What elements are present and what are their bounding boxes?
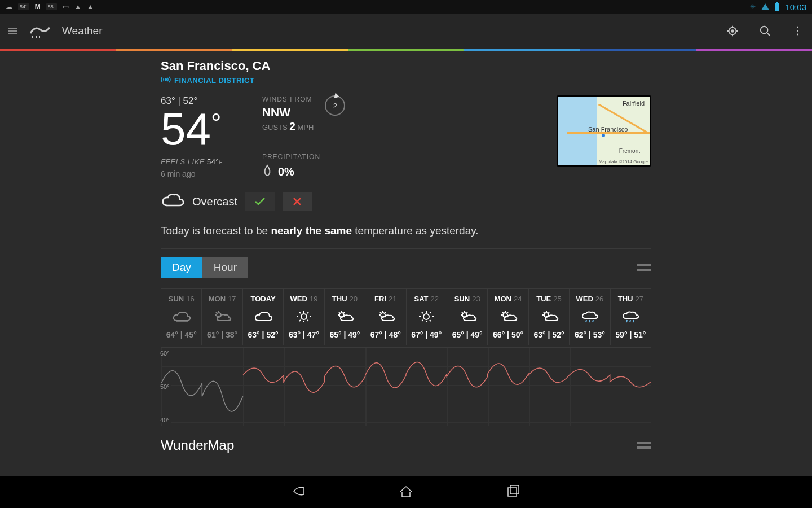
forecast-day[interactable]: SUN1664° | 45° [161, 289, 202, 345]
daily-forecast-strip[interactable]: SUN1664° | 45°MON1761° | 38°TODAY63° | 5… [161, 288, 651, 345]
forecast-day[interactable]: MON2466° | 50° [488, 289, 528, 345]
precip-value: 0% [262, 164, 345, 179]
current-temp: 54 [161, 107, 211, 152]
svg-rect-4 [797, 30, 798, 32]
condition-text: Overcast [192, 195, 237, 208]
vibrate-icon: ✳ [750, 3, 756, 11]
back-icon[interactable] [290, 483, 307, 502]
forecast-day[interactable]: WED1963° | 47° [284, 289, 324, 345]
forecast-day[interactable]: MON1761° | 38° [202, 289, 242, 345]
temp-badge: 54° [18, 3, 29, 10]
degree-symbol: ° [211, 110, 221, 136]
forecast-day[interactable]: WED2662° | 53° [570, 289, 610, 345]
partly-sunny-icon [212, 309, 232, 325]
status-clock: 10:03 [785, 2, 806, 12]
map-city-sf: San Francisco [588, 126, 628, 133]
android-nav-bar [0, 476, 812, 508]
confirm-condition-button[interactable] [245, 192, 275, 211]
android-status-bar: ☁ 54° M 88° ▭ ▲ ▲ ✳ 10:03 [0, 0, 812, 14]
forecast-tabs-row: Day Hour [161, 257, 651, 278]
svg-point-11 [423, 314, 429, 319]
page-title: Weather [62, 25, 102, 37]
svg-rect-16 [510, 485, 519, 494]
forecast-insight: Today is forecast to be nearly the same … [161, 225, 651, 237]
mostly-sunny-icon [334, 309, 355, 325]
sunny-icon [294, 309, 314, 325]
mostly-sunny-icon [498, 309, 518, 325]
svg-rect-5 [797, 34, 798, 36]
drop-icon [262, 164, 272, 179]
content-area[interactable]: San Francisco, CA FINANCIAL DISTRICT 63°… [0, 51, 812, 476]
map-city-fairfield: Fairfield [623, 100, 645, 107]
temperature-chart[interactable]: 60°50°40° [161, 347, 651, 426]
app-logo-icon [27, 22, 52, 40]
wundermap-title: WunderMap [161, 437, 234, 453]
current-temp-block: 63° | 52° 54° FEELS LIKE 54°F 6 min ago [161, 95, 223, 179]
home-icon[interactable] [398, 483, 414, 502]
tab-hour[interactable]: Hour [202, 257, 248, 278]
svg-rect-15 [508, 488, 517, 496]
play-store-icon: ▲ [74, 3, 81, 11]
locate-icon[interactable] [726, 25, 739, 37]
wifi-icon [761, 3, 769, 10]
mostly-sunny-icon [539, 309, 559, 325]
map-city-fremont: Fremont [619, 148, 640, 154]
svg-point-6 [165, 79, 167, 81]
divider [161, 248, 651, 249]
notif-generic-icon: ▭ [63, 3, 69, 11]
rain-icon [620, 309, 641, 325]
forecast-day[interactable]: TODAY63° | 52° [243, 289, 284, 345]
action-bar: Weather [0, 14, 812, 49]
wind-direction: NNW [262, 106, 314, 119]
condition-row: Overcast [161, 192, 651, 211]
updated-ago: 6 min ago [161, 169, 223, 178]
map-pin-icon [602, 134, 605, 137]
tab-day[interactable]: Day [161, 257, 202, 278]
wind-compass-icon: 2 [325, 95, 345, 116]
forecast-day[interactable]: SUN2365° | 49° [447, 289, 488, 345]
mostly-sunny-icon [457, 309, 478, 325]
temp-badge-2: 88° [46, 3, 58, 10]
map-thumbnail[interactable]: Fairfield San Francisco Fremont Map data… [557, 95, 651, 167]
reorder-handle-icon[interactable] [637, 442, 651, 449]
station-name: FINANCIAL DISTRICT [174, 76, 254, 85]
gmail-icon: M [35, 3, 41, 11]
forecast-day[interactable]: THU2759° | 51° [611, 289, 651, 345]
mostly-sunny-icon [376, 309, 396, 325]
reorder-handle-icon[interactable] [637, 264, 651, 271]
cloud-icon [161, 192, 184, 211]
weather-notif-icon: ☁ [6, 3, 12, 11]
precip-label: PRECIPITATION [262, 153, 345, 161]
menu-icon[interactable] [8, 26, 17, 36]
play-store-icon-2: ▲ [87, 3, 94, 11]
recents-icon[interactable] [505, 483, 522, 502]
forecast-day[interactable]: SAT2267° | 49° [407, 289, 447, 345]
partly-cloudy-icon [171, 309, 192, 325]
battery-icon [775, 3, 779, 11]
location-city: San Francisco, CA [161, 59, 270, 73]
forecast-day[interactable]: TUE2563° | 52° [529, 289, 570, 345]
cloudy-icon [253, 309, 273, 325]
wind-gusts: GUSTS 2 MPH [262, 120, 314, 133]
rain-icon [580, 309, 600, 325]
wind-label: WINDS FROM [262, 95, 314, 103]
forecast-day[interactable]: THU2065° | 49° [325, 289, 365, 345]
weather-station-link[interactable]: FINANCIAL DISTRICT [161, 76, 270, 85]
broadcast-icon [161, 76, 171, 85]
map-attribution: Map data ©2014 Google [599, 159, 648, 164]
svg-rect-3 [797, 27, 798, 28]
overflow-menu-icon[interactable] [792, 25, 804, 37]
feels-like: FEELS LIKE 54°F [161, 157, 223, 166]
svg-point-2 [761, 27, 768, 34]
sunny-icon [416, 309, 436, 325]
wind-block: WINDS FROM NNW GUSTS 2 MPH 2 PRECIPITATI… [262, 95, 345, 179]
reject-condition-button[interactable] [283, 192, 312, 211]
search-icon[interactable] [759, 25, 771, 37]
svg-point-1 [731, 30, 734, 32]
forecast-day[interactable]: FRI2167° | 48° [365, 289, 406, 345]
svg-point-8 [301, 314, 307, 319]
